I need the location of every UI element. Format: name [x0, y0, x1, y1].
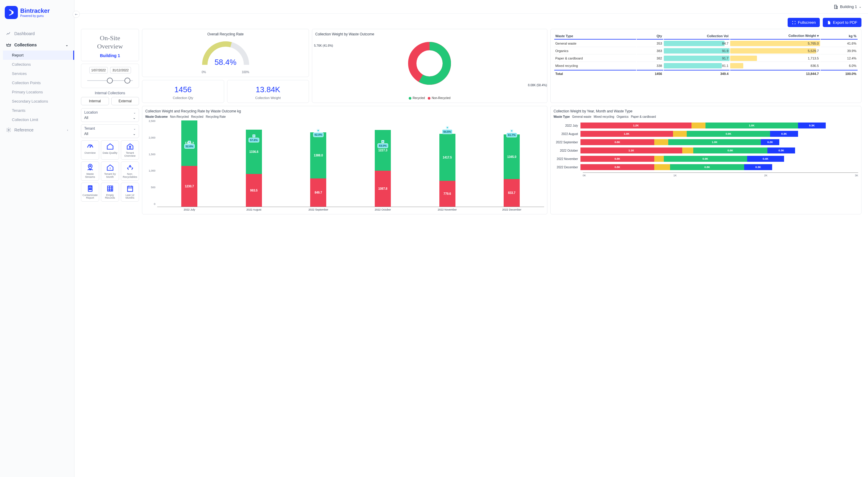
date-range-panel: 1/07/2022 31/12/2022	[81, 64, 139, 88]
main-content: Building 1 ⌄ Fullscreen Export to PDF On…	[74, 0, 868, 477]
section-label: Internal Collections	[81, 91, 139, 95]
filter-label: Location	[84, 110, 98, 114]
col-kgp[interactable]: kg %	[821, 33, 858, 39]
chart-column[interactable]: 61.7% 833.7 1345.0	[479, 121, 544, 207]
donut-label-non: 5.76K (41.6%)	[314, 44, 333, 47]
hbar-row[interactable]: 2022 November0.8K0.9K0.4K	[554, 156, 859, 162]
chart-column[interactable]: 62.0% 849.7 1388.0	[286, 121, 351, 207]
subnav-report[interactable]: Report	[3, 50, 74, 60]
fullscreen-icon	[792, 21, 796, 25]
chevron-down-icon: ⌄	[65, 43, 68, 47]
subnav-points[interactable]: Collection Points	[3, 78, 74, 88]
nav-reference[interactable]: Reference ‹	[0, 124, 74, 136]
tile-contaminate[interactable]: Contaminate Report	[81, 182, 99, 202]
table-row[interactable]: Organics383 91.9 5,529.7 39.9%	[554, 47, 858, 55]
donut-chart	[404, 38, 455, 89]
monthly-legend: Waste Type General waste Mixed recycling…	[554, 115, 859, 118]
combo-chart-panel: Collection Weight and Recycling Rate by …	[142, 106, 548, 214]
chart-column[interactable]: 52.6% 1230.7 1365.2	[157, 121, 222, 207]
tile-non-recyclables[interactable]: Non-Recyclables	[121, 162, 139, 181]
building-selector[interactable]: Building 1 ⌄	[834, 4, 862, 9]
panel-title: Overall Recycling Rate	[145, 32, 306, 36]
filter-value: All	[84, 116, 88, 120]
nav-collections[interactable]: Collections ⌄	[0, 39, 74, 50]
col-type[interactable]: Waste Type	[554, 33, 636, 39]
location-filter[interactable]: Location⌄ All⌄	[81, 108, 139, 122]
slider-handle-from[interactable]	[107, 78, 113, 83]
svg-point-12	[91, 188, 91, 189]
nav-label: Reference	[14, 128, 34, 132]
nav-label: Dashboard	[14, 31, 35, 36]
subnav-limit[interactable]: Collection Limit	[3, 115, 74, 124]
tenant-filter[interactable]: Tenant⌄ All⌄	[81, 124, 139, 138]
hbar-row[interactable]: 2022 December0.8K0.8K0.3K	[554, 164, 859, 170]
date-slider[interactable]	[84, 76, 136, 85]
subnav-services[interactable]: Services	[3, 69, 74, 78]
calendar-icon	[126, 185, 134, 193]
toggle-internal[interactable]: Internal	[81, 97, 109, 105]
internal-external-panel: Internal Collections Internal External	[81, 91, 139, 106]
gear-icon	[6, 127, 11, 133]
table-row[interactable]: Mixed recycling338 81.1 836.5 6.0%	[554, 63, 858, 69]
building-name: Building 1	[840, 4, 857, 9]
hbar-row[interactable]: 2022 October1.1K0.8K0.3K	[554, 147, 859, 154]
hbar-row[interactable]: 2022 August1.0K0.9K0.3K	[554, 131, 859, 137]
subnav-primary[interactable]: Primary Locations	[3, 88, 74, 97]
donut-panel: Collection Weight by Waste Outcome 5.76K…	[312, 29, 548, 103]
chart-column[interactable]: 53.0% 1087.8 1227.3	[351, 121, 415, 207]
overview-building: Building 1	[84, 53, 136, 58]
chart-column[interactable]: 57.6% 983.5 1336.6	[222, 121, 286, 207]
svg-point-11	[90, 188, 91, 189]
tile-waste-streams[interactable]: Waste Streams	[81, 162, 99, 181]
subnav-collections[interactable]: Collections	[3, 60, 74, 69]
waste-table-panel: Waste Type Qty Collection Vol Collection…	[550, 29, 862, 103]
toggle-external[interactable]: External	[111, 97, 139, 105]
tile-tenant-overview[interactable]: Tenant Overview	[121, 140, 139, 160]
chart-column[interactable]: 64.5% 779.6 1417.5	[415, 121, 479, 207]
svg-rect-9	[89, 186, 91, 187]
col-vol[interactable]: Collection Vol	[664, 33, 730, 39]
svg-text:8: 8	[109, 167, 111, 170]
nav-label: Collections	[14, 42, 37, 47]
subnav-tenants[interactable]: Tenants	[3, 106, 74, 115]
tile-last-12[interactable]: Last 12 Months	[121, 182, 139, 202]
svg-rect-2	[836, 6, 837, 9]
filter-column: On-SiteOverview Building 1 1/07/2022 31/…	[81, 29, 139, 214]
map-pin-icon	[86, 164, 95, 171]
subnav-secondary[interactable]: Secondary Locations	[3, 97, 74, 106]
fullscreen-button[interactable]: Fullscreen	[787, 18, 820, 27]
table-row[interactable]: General waste353 84.7 5,765.0 41.6%	[554, 40, 858, 47]
filter-label: Tenant	[84, 126, 95, 131]
chevron-left-icon: ‹	[67, 128, 68, 132]
sidebar-collapse-button[interactable]: ⇤	[73, 11, 80, 18]
stat-label: Collection Qty	[144, 96, 222, 100]
table-total-row: Total1456349.413,844.7100.0%	[554, 70, 858, 77]
nav-dashboard[interactable]: Dashboard	[0, 28, 74, 39]
report-tiles: 48kgOverview Data Quality Tenant Overvie…	[81, 140, 139, 202]
building-icon	[834, 4, 838, 9]
svg-point-10	[89, 188, 89, 189]
tile-empty-records[interactable]: Empty Records	[101, 182, 119, 202]
date-to[interactable]: 31/12/2022	[110, 67, 131, 73]
panel-title: Collection Weight by Waste Outcome	[315, 32, 544, 36]
slider-handle-to[interactable]	[124, 78, 130, 83]
stat-weight: 13.84K Collection Weight	[227, 80, 309, 103]
crown-icon	[6, 42, 11, 47]
tile-overview[interactable]: 48kgOverview	[81, 140, 99, 160]
hbar-row[interactable]: 2022 September0.8K1.0K0.2K	[554, 139, 859, 145]
svg-point-5	[129, 146, 130, 147]
stat-value: 13.84K	[229, 85, 307, 94]
tile-tenant-month[interactable]: 8Tenant by Month	[101, 162, 119, 181]
house-user-icon	[126, 142, 134, 150]
pdf-icon	[827, 21, 831, 25]
svg-point-13	[89, 189, 89, 190]
col-qty[interactable]: Qty	[637, 33, 663, 39]
tile-data-quality[interactable]: Data Quality	[101, 140, 119, 160]
date-from[interactable]: 1/07/2022	[89, 67, 108, 73]
export-pdf-button[interactable]: Export to PDF	[823, 18, 862, 27]
col-wt[interactable]: Collection Weight ▾	[730, 33, 820, 39]
hbar-row[interactable]: 2022 July1.2K1.0K0.3K	[554, 123, 859, 129]
svg-point-15	[91, 189, 91, 190]
table-row[interactable]: Paper & cardboard382 91.7 1,713.5 12.4%	[554, 55, 858, 62]
svg-rect-16	[107, 186, 113, 191]
